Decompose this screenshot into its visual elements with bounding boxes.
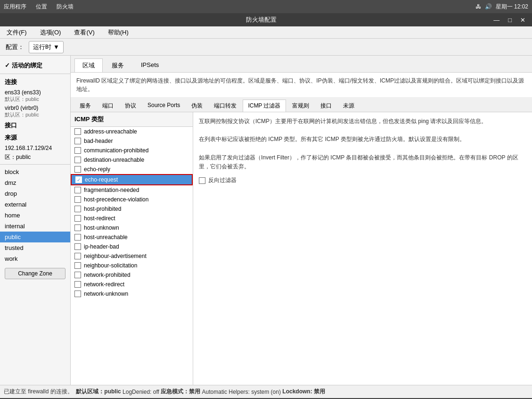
tab-source-ports[interactable]: Source Ports: [142, 100, 185, 112]
zone-block[interactable]: block: [0, 166, 70, 177]
tab-protocols[interactable]: 协议: [120, 100, 141, 112]
icmp-label: host-unknown: [84, 224, 119, 231]
icmp-ip-header-bad[interactable]: ip-header-bad: [71, 242, 193, 251]
view-menu[interactable]: 查看(V): [71, 27, 97, 38]
icmp-host-prohibited[interactable]: host-prohibited: [71, 204, 193, 214]
icmp-label: echo-reply: [84, 166, 110, 173]
auto-helpers: Automatic Helpers: system (on): [202, 389, 281, 395]
icmp-checkbox-destination-unreachable[interactable]: [74, 157, 81, 163]
tab-services-main[interactable]: 服务: [104, 58, 132, 72]
icmp-echo-request[interactable]: echo-request: [71, 174, 193, 185]
icmp-destination-unreachable[interactable]: destination-unreachable: [71, 155, 193, 165]
icmp-label: fragmentation-needed: [84, 187, 139, 193]
apps-menu[interactable]: 应用程序: [4, 3, 26, 11]
icmp-checkbox-echo-request[interactable]: [75, 176, 82, 183]
icmp-checkbox-host-redirect[interactable]: [74, 215, 81, 222]
icmp-label: neighbour-solicitation: [84, 262, 137, 269]
icmp-checkbox-neighbour-advertisement[interactable]: [74, 253, 81, 259]
icmp-label: neighbour-advertisement: [84, 253, 147, 259]
zone-home[interactable]: home: [0, 210, 70, 221]
icmp-checkbox-network-unknown[interactable]: [74, 291, 81, 297]
icmp-checkbox-neighbour-solicitation[interactable]: [74, 262, 81, 269]
invert-filter-label: 反向过滤器: [208, 176, 237, 185]
icmp-checkbox-host-unreachable[interactable]: [74, 234, 81, 241]
status-bar: 已建立至 firewalld 的连接。 默认区域：public LogDenie…: [0, 385, 532, 398]
icmp-neighbour-advertisement[interactable]: neighbour-advertisement: [71, 251, 193, 261]
close-button[interactable]: ✕: [517, 17, 528, 24]
icmp-host-unknown[interactable]: host-unknown: [71, 223, 193, 233]
menu-bar: 文件(F) 选项(O) 查看(V) 帮助(H): [0, 26, 532, 39]
icmp-checkbox-host-unknown[interactable]: [74, 224, 81, 231]
zone-dmz[interactable]: dmz: [0, 177, 70, 188]
file-menu[interactable]: 文件(F): [4, 27, 30, 38]
tab-icmp-filter[interactable]: ICMP 过滤器: [243, 100, 286, 112]
icmp-host-redirect[interactable]: host-redirect: [71, 214, 193, 223]
icmp-label: network-unknown: [84, 291, 128, 297]
icmp-host-unreachable[interactable]: host-unreachable: [71, 233, 193, 242]
icmp-checkbox-network-redirect[interactable]: [74, 281, 81, 288]
tab-port-forward[interactable]: 端口转发: [209, 100, 242, 112]
icmp-bad-header[interactable]: bad-header: [71, 136, 193, 146]
zone-work[interactable]: work: [0, 253, 70, 264]
icmp-address-unreachable[interactable]: address-unreachable: [71, 127, 193, 136]
tab-source[interactable]: 未源: [338, 100, 360, 112]
icmp-list-header: ICMP 类型: [71, 112, 193, 127]
icmp-checkbox-host-prohibited[interactable]: [74, 206, 81, 212]
icmp-communication-prohibited[interactable]: communication-prohibited: [71, 146, 193, 155]
options-menu[interactable]: 选项(O): [37, 27, 64, 38]
firewall-menu[interactable]: 防火墙: [57, 3, 74, 11]
zone-internal[interactable]: internal: [0, 221, 70, 232]
toolbar: 配置： 运行时 ▼: [0, 39, 532, 56]
zone-external[interactable]: external: [0, 199, 70, 210]
zone-drop[interactable]: drop: [0, 188, 70, 199]
interface-label: 接口: [0, 119, 70, 132]
tab-interface[interactable]: 接口: [315, 100, 337, 112]
tab-ipsets[interactable]: IPSets: [133, 58, 167, 72]
tab-masquerade[interactable]: 伪装: [186, 100, 208, 112]
icmp-checkbox-bad-header[interactable]: [74, 138, 81, 144]
icmp-network-redirect[interactable]: network-redirect: [71, 280, 193, 289]
position-menu[interactable]: 位置: [36, 3, 47, 11]
icmp-checkbox-address-unreachable[interactable]: [74, 128, 81, 135]
config-dropdown[interactable]: 运行时 ▼: [29, 41, 64, 53]
maximize-button[interactable]: □: [505, 17, 515, 24]
icmp-checkbox-communication-prohibited[interactable]: [74, 147, 81, 154]
icmp-checkbox-echo-reply[interactable]: [74, 166, 81, 173]
tab-ports[interactable]: 端口: [97, 100, 119, 112]
zone-public[interactable]: public: [0, 232, 70, 242]
invert-filter-row: 反向过滤器: [199, 176, 526, 185]
help-menu[interactable]: 帮助(H): [105, 27, 131, 38]
change-zone-button[interactable]: Change Zone: [5, 268, 65, 279]
emergency-mode: 应急模式：禁用: [161, 388, 200, 396]
icmp-list-panel: ICMP 类型 address-unreachable bad-header c…: [71, 112, 193, 385]
runtime-label: 运行时: [33, 43, 51, 51]
tabs-row2: 服务 端口 协议 Source Ports 伪装 端口转发 ICMP 过滤器 富…: [71, 98, 532, 112]
source-label: 来源: [0, 132, 70, 144]
icmp-label: echo-request: [85, 176, 118, 183]
icmp-checkbox-ip-header-bad[interactable]: [74, 243, 81, 250]
tab-zones[interactable]: 区域: [74, 58, 103, 72]
invert-filter-checkbox[interactable]: [199, 177, 205, 184]
icmp-host-precedence-violation[interactable]: host-precedence-violation: [71, 195, 193, 204]
time-display: 星期一 12:02: [496, 3, 528, 11]
icmp-neighbour-solicitation[interactable]: neighbour-solicitation: [71, 261, 193, 270]
icmp-label: bad-header: [84, 138, 113, 144]
icmp-network-unknown[interactable]: network-unknown: [71, 289, 193, 299]
icmp-fragmentation-needed[interactable]: fragmentation-needed: [71, 185, 193, 195]
icmp-echo-reply[interactable]: echo-reply: [71, 165, 193, 174]
icmp-network-prohibited[interactable]: network-prohibited: [71, 270, 193, 280]
zone-trusted[interactable]: trusted: [0, 242, 70, 253]
default-zone: 默认区域：public: [76, 388, 121, 396]
icmp-checkbox-network-prohibited[interactable]: [74, 272, 81, 278]
tab-rich-rules[interactable]: 富规则: [287, 100, 314, 112]
minimize-button[interactable]: —: [491, 17, 502, 24]
icmp-checkbox-fragmentation-needed[interactable]: [74, 187, 81, 193]
connections-label: 连接: [0, 76, 70, 88]
panel-content: ICMP 类型 address-unreachable bad-header c…: [71, 112, 532, 385]
icmp-checkbox-host-precedence-violation[interactable]: [74, 196, 81, 203]
icmp-label: address-unreachable: [84, 128, 137, 135]
config-label: 配置：: [6, 43, 24, 51]
icmp-label: destination-unreachable: [84, 157, 144, 163]
tab-services[interactable]: 服务: [74, 100, 96, 112]
icmp-type-list: address-unreachable bad-header communica…: [71, 127, 193, 385]
